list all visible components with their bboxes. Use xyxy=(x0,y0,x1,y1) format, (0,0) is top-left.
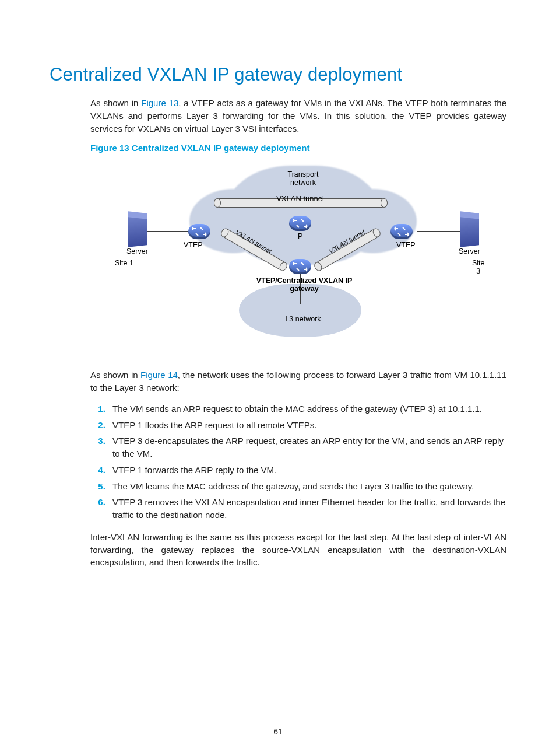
wire xyxy=(417,231,460,232)
server-icon xyxy=(128,215,147,247)
router-icon xyxy=(188,224,210,239)
list-item: VTEP 3 removes the VXLAN encapsulation a… xyxy=(108,496,506,522)
list-item: VTEP 1 floods the ARP request to all rem… xyxy=(108,419,506,432)
figure-13-link[interactable]: Figure 13 xyxy=(141,98,178,108)
router-icon xyxy=(289,216,311,231)
site-3-label: Site 3 xyxy=(472,259,485,275)
wire xyxy=(146,231,189,232)
vtep-label: VTEP xyxy=(184,241,203,249)
centralized-gateway-label: VTEP/Centralized VXLAN IP gateway xyxy=(255,276,354,293)
vxlan-tunnel-label: VXLAN tunnel xyxy=(265,194,335,203)
list-item: The VM sends an ARP request to obtain th… xyxy=(108,402,506,415)
p-label: P xyxy=(298,232,302,240)
intro-paragraph: As shown in Figure 13, a VTEP acts as a … xyxy=(90,97,506,135)
text: As shown in xyxy=(90,98,141,108)
router-icon xyxy=(289,259,311,274)
site-1-label: Site 1 xyxy=(115,259,133,267)
list-item: VTEP 3 de-encapsulates the ARP request, … xyxy=(108,435,506,460)
list-item: The VM learns the MAC address of the gat… xyxy=(108,480,506,493)
vtep-label: VTEP xyxy=(396,241,416,249)
process-steps-list: The VM sends an ARP request to obtain th… xyxy=(90,402,506,522)
server-icon xyxy=(460,215,479,247)
inter-vxlan-paragraph: Inter-VXLAN forwarding is the same as th… xyxy=(90,531,506,569)
server-label: Server xyxy=(459,247,480,256)
process-intro-paragraph: As shown in Figure 14, the network uses … xyxy=(90,369,506,394)
router-icon xyxy=(390,224,413,239)
transport-network-label: Transport network xyxy=(283,170,323,187)
l3-network-label: L3 network xyxy=(283,315,323,323)
figure-caption: Figure 13 Centralized VXLAN IP gateway d… xyxy=(90,143,506,153)
figure-13-diagram: Transport network VXLAN tunnel VXLAN tun… xyxy=(90,159,458,363)
page-number: 61 xyxy=(0,727,556,736)
page-heading: Centralized VXLAN IP gateway deployment xyxy=(50,64,506,85)
server-label: Server xyxy=(126,247,148,256)
figure-14-link[interactable]: Figure 14 xyxy=(140,370,178,380)
text: As shown in xyxy=(90,370,140,380)
list-item: VTEP 1 forwards the ARP reply to the VM. xyxy=(108,464,506,477)
